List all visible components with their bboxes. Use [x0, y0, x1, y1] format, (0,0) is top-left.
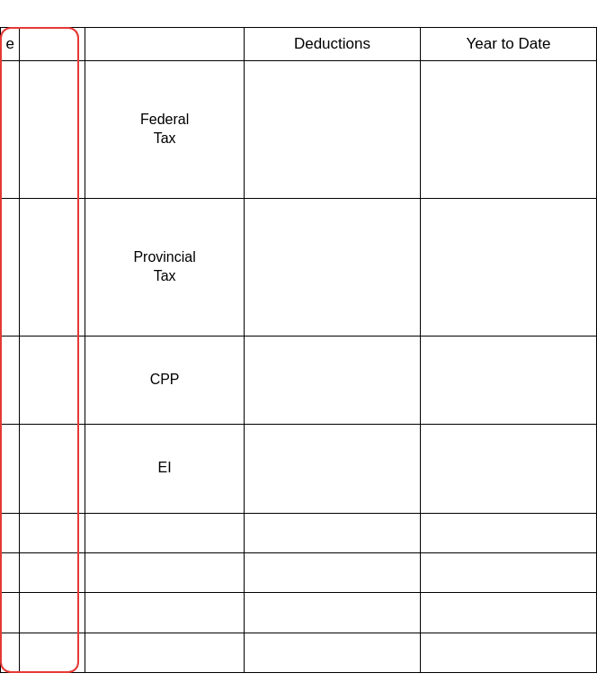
table-row [1, 633, 597, 672]
table-row [1, 552, 597, 592]
row8-col-red [20, 633, 85, 672]
header-col-e-text: e [5, 35, 13, 52]
row5-label [85, 513, 245, 552]
row8-ytd [420, 633, 596, 672]
table-row [1, 513, 597, 552]
deductions-header-text: Deductions [294, 35, 370, 52]
row3-label: CPP [85, 336, 245, 425]
ytd-header-text: Year to Date [467, 35, 551, 52]
header-col-label [85, 28, 245, 61]
row2-col-red [20, 198, 85, 336]
row4-col-red [20, 425, 85, 514]
row1-ytd [420, 61, 596, 199]
deductions-table: e Deductions Year to Date FederalTa [0, 27, 597, 673]
table-header-row: e Deductions Year to Date [1, 28, 597, 61]
row8-label [85, 633, 245, 672]
row7-col-e [1, 593, 20, 633]
row2-ytd [420, 198, 596, 336]
row8-col-e [1, 633, 20, 672]
row1-col-e [1, 61, 20, 199]
row5-col-e [1, 513, 20, 552]
row4-label: EI [85, 425, 245, 514]
row4-deductions [244, 425, 420, 514]
row4-col-e [1, 425, 20, 514]
header-col-red [20, 28, 85, 61]
header-ytd: Year to Date [420, 28, 596, 61]
row1-label: FederalTax [85, 61, 245, 199]
row5-deductions [244, 513, 420, 552]
table-row: EI [1, 425, 597, 514]
table-row: ProvincialTax [1, 198, 597, 336]
row6-ytd [420, 552, 596, 592]
row3-deductions [244, 336, 420, 425]
row2-col-e [1, 198, 20, 336]
row4-ytd [420, 425, 596, 514]
row5-col-red [20, 513, 85, 552]
row2-label: ProvincialTax [85, 198, 245, 336]
header-col-e: e [1, 28, 20, 61]
table-wrapper: e Deductions Year to Date FederalTa [0, 27, 597, 673]
row3-col-e [1, 336, 20, 425]
row1-deductions [244, 61, 420, 199]
row7-deductions [244, 593, 420, 633]
row1-col-red [20, 61, 85, 199]
header-deductions: Deductions [244, 28, 420, 61]
row6-label [85, 552, 245, 592]
row7-label [85, 593, 245, 633]
row7-col-red [20, 593, 85, 633]
row3-ytd [420, 336, 596, 425]
row6-col-red [20, 552, 85, 592]
row2-deductions [244, 198, 420, 336]
row6-col-e [1, 552, 20, 592]
row6-deductions [244, 552, 420, 592]
row7-ytd [420, 593, 596, 633]
row3-col-red [20, 336, 85, 425]
table-row: CPP [1, 336, 597, 425]
row5-ytd [420, 513, 596, 552]
row8-deductions [244, 633, 420, 672]
page-container: e Deductions Year to Date FederalTa [0, 0, 597, 700]
table-row [1, 593, 597, 633]
table-row: FederalTax [1, 61, 597, 199]
